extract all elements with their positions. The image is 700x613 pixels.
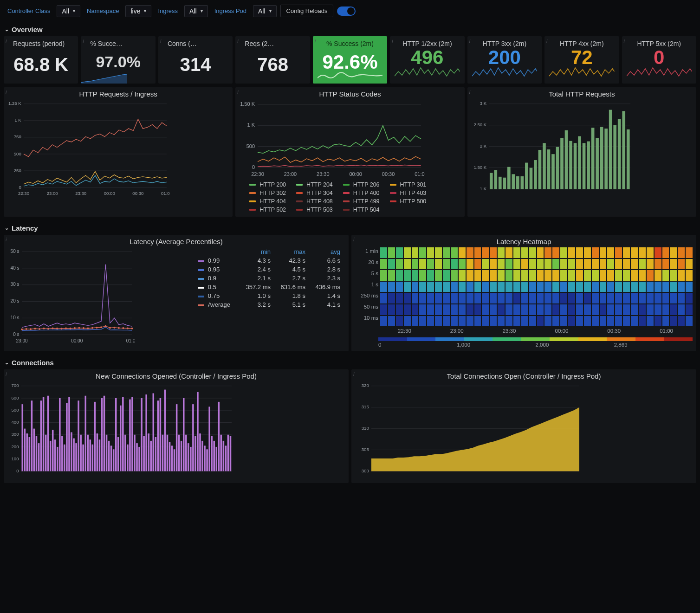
- svg-rect-167: [106, 435, 108, 471]
- heatmap-cell: [615, 247, 622, 258]
- heatmap-cell: [482, 259, 489, 270]
- legend-item[interactable]: HTTP 400: [343, 190, 380, 196]
- heatmap-cell: [451, 316, 458, 327]
- heatmap-cell: [498, 247, 505, 258]
- stat-card-4[interactable]: i % Success (2m) 92.6%: [313, 36, 387, 84]
- stat-card-8[interactable]: i HTTP 5xx (2m) 0: [622, 36, 696, 84]
- panel-total-http: i Total HTTP Requests 1 K1.50 K2 K2.50 K…: [467, 87, 696, 217]
- heatmap-cell: [576, 316, 583, 327]
- info-icon[interactable]: i: [315, 38, 316, 44]
- stat-card-0[interactable]: i Requests (period) 68.8 K: [4, 36, 78, 84]
- svg-rect-47: [512, 174, 515, 189]
- dropdown-namespace[interactable]: live▾: [125, 5, 151, 17]
- info-icon[interactable]: i: [6, 237, 6, 242]
- heatmap-cell: [482, 247, 489, 258]
- heatmap-cell: [592, 259, 599, 270]
- legend-item[interactable]: HTTP 502: [249, 206, 286, 213]
- info-icon[interactable]: i: [160, 38, 161, 44]
- heatmap-cell: [592, 270, 599, 281]
- heatmap-cell: [568, 259, 575, 270]
- stat-card-5[interactable]: i HTTP 1/2xx (2m) 496: [390, 36, 464, 84]
- heatmap-cell: [584, 270, 591, 281]
- svg-rect-65: [591, 128, 594, 189]
- svg-rect-140: [43, 397, 45, 471]
- svg-rect-141: [45, 435, 47, 471]
- stat-card-2[interactable]: i Conns (… 314: [158, 36, 233, 84]
- info-icon[interactable]: i: [6, 89, 6, 95]
- panel-title: HTTP Status Codes: [239, 90, 460, 100]
- heatmap-cell: [451, 270, 458, 281]
- heatmap-cell: [451, 247, 458, 258]
- stat-card-7[interactable]: i HTTP 4xx (2m) 72: [544, 36, 619, 84]
- latency-percentile-table: minmaxavg 0.99 4.3 s42.3 s6.6 s 0.95 2.4…: [195, 247, 343, 309]
- heatmap-cell: [427, 270, 434, 281]
- dropdown-ingress[interactable]: All▾: [184, 5, 208, 17]
- svg-point-89: [21, 329, 23, 330]
- legend-item[interactable]: HTTP 302: [249, 190, 286, 196]
- legend-item[interactable]: HTTP 304: [296, 190, 333, 196]
- legend-item[interactable]: HTTP 204: [296, 181, 333, 188]
- svg-point-93: [39, 328, 40, 330]
- heatmap-cell: [474, 282, 481, 292]
- stat-card-3[interactable]: i Reqs (2… 768: [235, 36, 310, 84]
- info-icon[interactable]: i: [237, 38, 238, 44]
- toggle-config-reloads[interactable]: [337, 6, 356, 16]
- heatmap-cell: [607, 259, 614, 270]
- info-icon[interactable]: i: [83, 38, 84, 44]
- info-icon[interactable]: i: [469, 38, 470, 44]
- info-icon[interactable]: i: [624, 38, 625, 44]
- svg-text:01:00: 01:00: [415, 171, 425, 177]
- heatmap-cell: [443, 270, 450, 281]
- table-row[interactable]: 0.9 2.1 s2.7 s2.3 s: [195, 274, 343, 283]
- dropdown-ingress-pod[interactable]: All▾: [253, 5, 277, 17]
- info-icon[interactable]: i: [6, 38, 6, 44]
- legend-item[interactable]: HTTP 403: [390, 190, 427, 196]
- table-row[interactable]: 0.95 2.4 s4.5 s2.8 s: [195, 265, 343, 274]
- info-icon[interactable]: i: [237, 89, 238, 95]
- svg-rect-206: [197, 392, 199, 471]
- heatmap-cell: [670, 293, 677, 303]
- heatmap-cell: [380, 259, 387, 270]
- dropdown-controller-class[interactable]: All▾: [57, 5, 80, 17]
- info-icon[interactable]: i: [546, 38, 547, 44]
- legend-item[interactable]: HTTP 200: [249, 181, 286, 188]
- legend-item[interactable]: HTTP 499: [343, 198, 380, 205]
- info-icon[interactable]: i: [469, 89, 470, 95]
- info-icon[interactable]: i: [6, 371, 6, 377]
- heatmap-cell: [576, 247, 583, 258]
- panel-total-connections: i Total Connections Open (Controller / I…: [351, 369, 696, 483]
- row-header-latency[interactable]: ⌄ Latency: [4, 220, 696, 235]
- info-icon[interactable]: i: [353, 371, 354, 377]
- stat-card-1[interactable]: i % Succe… 97.0%: [81, 36, 155, 84]
- legend-item[interactable]: HTTP 301: [390, 181, 427, 188]
- row-header-connections[interactable]: ⌄ Connections: [4, 355, 696, 369]
- table-row[interactable]: 0.5 357.2 ms631.6 ms436.9 ms: [195, 283, 343, 291]
- heatmap-cell: [435, 304, 442, 315]
- svg-rect-211: [208, 407, 210, 471]
- legend-item[interactable]: HTTP 408: [296, 198, 333, 205]
- info-icon[interactable]: i: [392, 38, 393, 44]
- heatmap-cell: [631, 247, 638, 258]
- legend-item[interactable]: HTTP 500: [390, 198, 427, 205]
- legend-item[interactable]: HTTP 503: [296, 206, 333, 213]
- svg-rect-172: [117, 437, 119, 471]
- table-row[interactable]: Average 3.2 s5.1 s4.1 s: [195, 300, 343, 309]
- info-icon[interactable]: i: [353, 237, 354, 242]
- svg-rect-200: [183, 398, 185, 471]
- heatmap-cell: [506, 270, 512, 281]
- heatmap-cell: [490, 259, 497, 270]
- legend-item[interactable]: HTTP 206: [343, 181, 380, 188]
- legend-item[interactable]: HTTP 504: [343, 206, 380, 213]
- table-row[interactable]: 0.99 4.3 s42.3 s6.6 s: [195, 256, 343, 265]
- legend-item[interactable]: HTTP 404: [249, 198, 286, 205]
- row-header-overview[interactable]: ⌄ Overview: [4, 22, 696, 36]
- heatmap-cell: [544, 247, 551, 258]
- heatmap-cell: [412, 316, 419, 327]
- table-row[interactable]: 0.75 1.0 s1.8 s1.4 s: [195, 291, 343, 300]
- heatmap-cell: [592, 316, 599, 327]
- stat-card-6[interactable]: i HTTP 3xx (2m) 200: [467, 36, 542, 84]
- heatmap-cell: [513, 304, 520, 315]
- heatmap-cell: [686, 293, 693, 303]
- panel-new-connections: i New Connections Opened (Controller / I…: [4, 369, 349, 483]
- svg-point-109: [109, 327, 111, 329]
